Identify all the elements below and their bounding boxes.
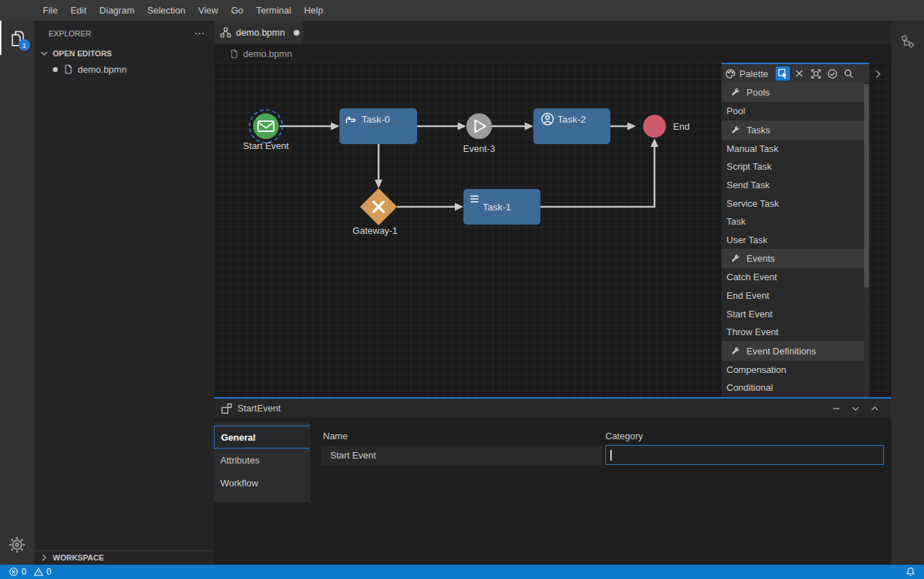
section-label: Pools	[746, 87, 770, 98]
palette-item-catch-event[interactable]: Catch Event	[722, 268, 864, 287]
end-event-label: End	[673, 121, 689, 132]
section-label: Event Definitions	[746, 346, 816, 357]
palette-item-start-event[interactable]: Start Event	[722, 304, 864, 323]
delete-tool-button[interactable]	[792, 66, 806, 81]
palette-item-compensation[interactable]: Compensation	[722, 361, 864, 379]
tab-bar: demo.bpmn	[214, 21, 891, 44]
validate-tool-button[interactable]	[825, 66, 839, 81]
status-bar: 0 0	[0, 565, 924, 579]
edge-task0-to-gateway[interactable]	[375, 144, 383, 188]
open-editor-item[interactable]: demo.bpmn	[34, 61, 214, 77]
category-field-label: Category	[605, 431, 643, 441]
palette-item-user-task[interactable]: User Task	[722, 231, 864, 250]
section-label: Tasks	[746, 125, 770, 135]
tool-palette-toggle-button[interactable]	[891, 26, 924, 59]
menu-diagram[interactable]: Diagram	[93, 0, 140, 21]
open-file-label: demo.bpmn	[78, 64, 127, 75]
menu-terminal[interactable]: Terminal	[250, 0, 297, 21]
task-2-label: Task-2	[558, 114, 586, 125]
palette-item-pool[interactable]: Pool	[722, 102, 864, 121]
open-editors-section[interactable]: OPEN EDITORS	[34, 46, 214, 61]
sidebar-title: EXPLORER	[48, 29, 91, 38]
wrench-icon	[731, 88, 740, 97]
explorer-activity-button[interactable]: 1	[0, 21, 34, 55]
tab-general[interactable]: General	[214, 426, 310, 449]
properties-tabs: General Attributes Workflow	[214, 422, 310, 502]
properties-header: StartEvent	[214, 399, 891, 418]
chevron-down-icon[interactable]	[849, 402, 862, 415]
more-actions-icon[interactable]: ⋯	[194, 27, 205, 40]
workspace-section[interactable]: WORKSPACE	[34, 550, 214, 563]
breadcrumb-item[interactable]: demo.bpmn	[243, 48, 292, 59]
modified-dot	[53, 67, 58, 72]
tab-demo-bpmn[interactable]: demo.bpmn	[214, 21, 303, 44]
menu-help[interactable]: Help	[297, 0, 329, 21]
palette-item-throw-event[interactable]: Throw Event	[722, 323, 864, 342]
task-0-label: Task-0	[361, 114, 390, 125]
palette-section-pools[interactable]: Pools	[722, 83, 864, 102]
bpmn-canvas[interactable]: Start Event Task-0 Event-3	[214, 63, 891, 397]
text-caret	[610, 450, 612, 461]
menu-file[interactable]: File	[36, 0, 64, 21]
explorer-badge: 1	[19, 39, 30, 51]
name-field-label: Name	[323, 431, 348, 441]
palette-title: Palette	[739, 68, 768, 79]
node-gateway-1[interactable]: Gateway-1	[353, 188, 398, 236]
collapse-panel-button[interactable]	[871, 68, 884, 81]
edge-task0-to-event3[interactable]	[417, 123, 466, 130]
palette-item-end-event[interactable]: End Event	[722, 287, 864, 305]
palette-item-send-task[interactable]: Send Task	[722, 176, 864, 195]
category-input[interactable]	[605, 445, 884, 465]
scrollbar-thumb[interactable]	[864, 84, 869, 287]
chevron-up-icon[interactable]	[868, 402, 881, 415]
edge-gateway-to-task1[interactable]	[397, 203, 463, 211]
open-editors-label: OPEN EDITORS	[53, 49, 112, 58]
node-event-3[interactable]: Event-3	[463, 113, 496, 154]
workspace-label: WORKSPACE	[53, 553, 104, 562]
edge-start-to-task0[interactable]	[279, 123, 339, 130]
edge-event3-to-task2[interactable]	[492, 123, 533, 130]
minimize-icon[interactable]	[830, 402, 843, 415]
node-end-event[interactable]: End	[643, 115, 689, 138]
properties-title: StartEvent	[237, 403, 281, 414]
node-task-1[interactable]: Task-1	[463, 189, 540, 225]
palette-items: Pools Pool Tasks Manual Task Script Task…	[722, 83, 864, 397]
palette-scrollbar	[864, 84, 869, 397]
edge-task2-to-end[interactable]	[610, 123, 636, 130]
gateway-1-label: Gateway-1	[353, 225, 398, 236]
edge-task1-to-end[interactable]	[540, 138, 659, 207]
palette-item-conditional[interactable]: Conditional	[722, 379, 864, 397]
bell-icon	[905, 567, 915, 577]
start-event-label: Start Event	[243, 140, 289, 151]
palette-item-task[interactable]: Task	[722, 212, 864, 231]
selection-tool-button[interactable]	[776, 66, 790, 81]
name-field[interactable]: Start Event	[321, 446, 602, 466]
node-start-event[interactable]: Start Event	[243, 110, 289, 151]
palette-item-script-task[interactable]: Script Task	[722, 158, 864, 176]
tab-attributes[interactable]: Attributes	[214, 449, 310, 471]
wrench-icon	[731, 347, 740, 356]
palette-section-events[interactable]: Events	[722, 249, 864, 268]
menu-edit[interactable]: Edit	[64, 0, 93, 21]
node-task-2[interactable]: Task-2	[533, 108, 610, 144]
menu-go[interactable]: Go	[225, 0, 250, 21]
event-3-label: Event-3	[463, 143, 496, 154]
settings-button[interactable]	[0, 531, 34, 559]
problems-indicator[interactable]: 0 0	[9, 567, 51, 577]
palette-item-manual-task[interactable]: Manual Task	[722, 140, 864, 158]
node-task-0[interactable]: Task-0	[339, 108, 417, 144]
menu-selection[interactable]: Selection	[140, 0, 191, 21]
task-1-label: Task-1	[483, 202, 511, 212]
marquee-tool-button[interactable]	[808, 66, 823, 81]
menu-view[interactable]: View	[192, 0, 225, 21]
explorer-sidebar: EXPLORER ⋯ OPEN EDITORS demo.bpmn WORKSP…	[34, 21, 214, 565]
tab-workflow[interactable]: Workflow	[214, 471, 310, 494]
palette-section-event-definitions[interactable]: Event Definitions	[722, 342, 864, 361]
editor-area: demo.bpmn demo.bpmn	[214, 21, 891, 565]
search-tool-button[interactable]	[841, 66, 856, 81]
palette-item-service-task[interactable]: Service Task	[722, 194, 864, 212]
breadcrumb: demo.bpmn	[214, 44, 891, 63]
palette-section-tasks[interactable]: Tasks	[722, 121, 864, 140]
notifications-button[interactable]	[905, 567, 915, 577]
tab-title: demo.bpmn	[236, 27, 285, 38]
